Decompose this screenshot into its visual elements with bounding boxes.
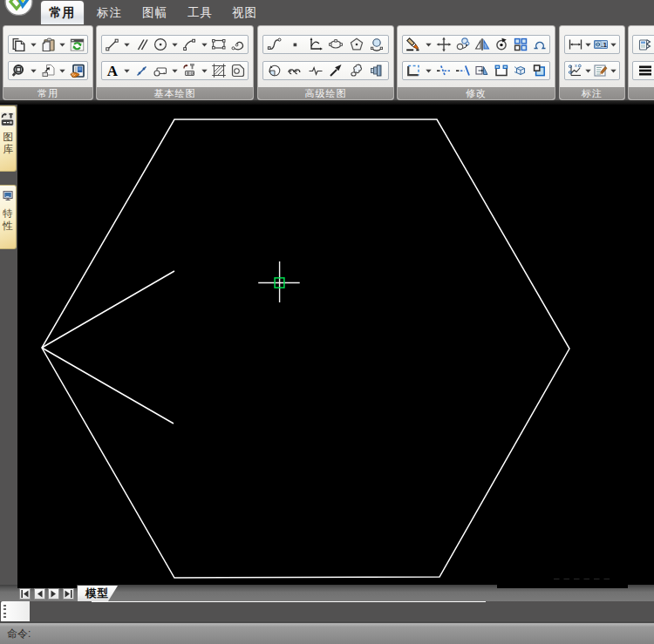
svg-text:.1: .1 — [601, 41, 607, 49]
svg-text:A: A — [106, 63, 118, 78]
svg-text:x: x — [575, 63, 577, 68]
